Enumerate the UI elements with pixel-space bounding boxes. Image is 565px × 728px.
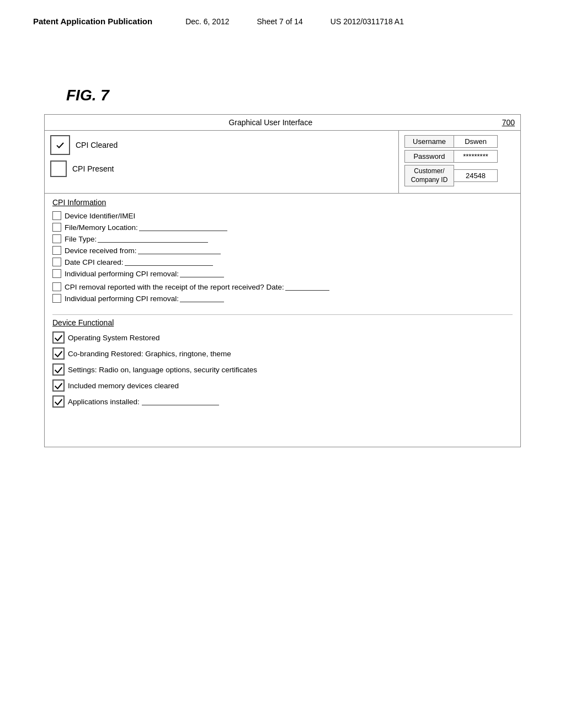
individual-cpi-input-2[interactable]	[180, 295, 224, 302]
individual-cpi-checkbox-2[interactable]	[52, 294, 61, 303]
date-cpi-label: Date CPI cleared:	[65, 258, 124, 266]
file-memory-checkbox[interactable]	[52, 223, 61, 232]
login-column: Username Dswen Password ********* Custom…	[399, 131, 520, 193]
cpi-cleared-label: CPI Cleared	[76, 141, 118, 149]
device-identifier-label: Device Identifier/IMEI	[65, 212, 135, 220]
patent-application-label: Patent Application Publication	[33, 17, 152, 26]
gui-header: Graphical User Interface 700	[45, 115, 520, 131]
file-type-row: File Type:	[52, 234, 513, 243]
settings-checkbox[interactable]	[52, 363, 65, 376]
company-row: Customer/Company ID 24548	[404, 165, 515, 186]
apps-installed-input[interactable]	[142, 398, 219, 405]
settings-label: Settings: Radio on, language options, se…	[68, 366, 257, 374]
co-branding-checkmark-icon	[54, 349, 63, 358]
password-row: Password *********	[404, 150, 515, 163]
os-restored-label: Operating System Restored	[68, 334, 160, 342]
os-restored-row: Operating System Restored	[52, 331, 513, 344]
cpi-information-section: CPI Information Device Identifier/IMEI F…	[45, 194, 520, 311]
individual-cpi-input-1[interactable]	[180, 270, 224, 277]
cpi-removal-reported-row: CPI removal reported with the receipt of…	[52, 282, 513, 291]
company-value[interactable]: 24548	[454, 169, 498, 182]
apps-checkmark-icon	[54, 397, 63, 406]
memory-checkmark-icon	[54, 381, 63, 390]
device-functional-section: Device Functional Operating System Resto…	[45, 311, 520, 447]
cpi-present-row: CPI Present	[50, 160, 393, 177]
apps-installed-label: Applications installed:	[68, 398, 140, 406]
settings-checkmark-icon	[54, 365, 63, 374]
settings-row: Settings: Radio on, language options, se…	[52, 363, 513, 376]
company-label: Customer/Company ID	[404, 165, 454, 186]
apps-installed-row: Applications installed:	[52, 395, 513, 408]
co-branding-label: Co-branding Restored: Graphics, ringtone…	[68, 350, 231, 358]
cpi-removal-reported-checkbox[interactable]	[52, 282, 61, 291]
device-functional-heading: Device Functional	[52, 318, 513, 327]
device-identifier-row: Device Identifier/IMEI	[52, 211, 513, 220]
publication-date: Dec. 6, 2012	[185, 17, 229, 26]
os-restored-checkbox[interactable]	[52, 331, 65, 344]
memory-cleared-checkbox[interactable]	[52, 379, 65, 392]
cpi-cleared-checkbox[interactable]	[50, 135, 70, 155]
individual-cpi-checkbox-1[interactable]	[52, 269, 61, 278]
username-label: Username	[404, 135, 454, 148]
device-received-row: Device received from:	[52, 246, 513, 255]
os-checkmark-icon	[54, 333, 63, 342]
patent-number: US 2012/0311718 A1	[331, 17, 404, 26]
cpi-removal-reported-label: CPI removal reported with the receipt of…	[65, 283, 284, 291]
cpi-removal-date-input[interactable]	[285, 283, 329, 291]
gui-container: Graphical User Interface 700 CPI Cleared…	[44, 114, 521, 447]
top-section: CPI Cleared CPI Present Username Dswen P…	[45, 131, 520, 194]
page-header: Patent Application Publication Dec. 6, 2…	[0, 0, 565, 31]
cpi-status-column: CPI Cleared CPI Present	[45, 131, 399, 193]
memory-cleared-row: Included memory devices cleared	[52, 379, 513, 392]
device-identifier-checkbox[interactable]	[52, 211, 61, 220]
cpi-present-checkbox[interactable]	[50, 160, 67, 177]
gui-title: Graphical User Interface	[50, 118, 491, 127]
gui-number: 700	[502, 118, 515, 127]
sheet-info: Sheet 7 of 14	[257, 17, 303, 26]
individual-cpi-row-2: Individual performing CPI removal:	[52, 294, 513, 303]
file-memory-label: File/Memory Location:	[65, 223, 138, 232]
password-value[interactable]: *********	[454, 150, 498, 163]
memory-cleared-label: Included memory devices cleared	[68, 382, 179, 390]
file-memory-input[interactable]	[139, 223, 227, 231]
device-received-input[interactable]	[138, 247, 221, 254]
cpi-present-label: CPI Present	[72, 164, 114, 173]
section-divider	[52, 314, 513, 315]
cpi-information-heading: CPI Information	[52, 198, 513, 207]
co-branding-checkbox[interactable]	[52, 347, 65, 360]
file-type-input[interactable]	[98, 235, 208, 243]
username-row: Username Dswen	[404, 135, 515, 148]
co-branding-row: Co-branding Restored: Graphics, ringtone…	[52, 347, 513, 360]
date-cpi-row: Date CPI cleared:	[52, 258, 513, 266]
checkmark-icon	[56, 141, 65, 149]
individual-cpi-row-1: Individual performing CPI removal:	[52, 269, 513, 278]
device-received-label: Device received from:	[65, 247, 137, 255]
file-type-label: File Type:	[65, 235, 97, 243]
username-value[interactable]: Dswen	[454, 135, 498, 148]
individual-cpi-label-1: Individual performing CPI removal:	[65, 270, 179, 278]
date-cpi-input[interactable]	[125, 258, 213, 266]
apps-installed-checkbox[interactable]	[52, 395, 65, 408]
file-memory-row: File/Memory Location:	[52, 223, 513, 232]
cpi-cleared-row: CPI Cleared	[50, 135, 393, 155]
figure-label: FIG. 7	[66, 87, 565, 104]
device-received-checkbox[interactable]	[52, 246, 61, 255]
password-label: Password	[404, 150, 454, 163]
bottom-spacer	[52, 411, 513, 439]
individual-cpi-label-2: Individual performing CPI removal:	[65, 295, 179, 303]
file-type-checkbox[interactable]	[52, 234, 61, 243]
date-cpi-checkbox[interactable]	[52, 258, 61, 266]
